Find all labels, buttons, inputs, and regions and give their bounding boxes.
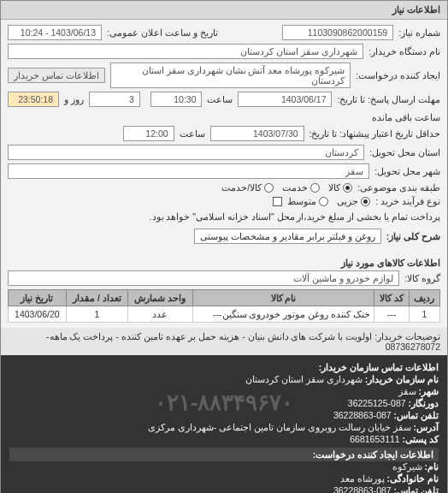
validity-label: حداقل تاریخ اعتبار پیشنهاد: تا تاریخ: (309, 128, 440, 139)
province-label: استان محل تحویل: (369, 147, 440, 157)
checkbox-icon (273, 197, 282, 206)
post-label: کد پستی: (403, 434, 439, 444)
radio-service-label: خدمت (282, 182, 308, 193)
radio-partial[interactable]: جزیی (337, 196, 370, 206)
announce-label: تاریخ و ساعت اعلان عمومی: (107, 27, 218, 38)
radio-medium-label: متوسط (287, 196, 316, 206)
line-city: شهر: سقز (9, 386, 439, 396)
buy-type-label: نوع فرآیند خرید : (375, 196, 440, 206)
radio-both-label: کالا/خدمت (221, 182, 262, 193)
row-requester: ایجاد کننده درخواست: شیرکوه پورشاه معد آ… (8, 62, 440, 88)
th-name: نام کالا (192, 290, 374, 306)
buyer-contact-button[interactable]: اطلاعات تماس خریدار (8, 68, 105, 83)
rtel-label: تلفن تماس: (394, 485, 439, 493)
classify-radioset: کالا خدمت کالا/خدمت (221, 182, 352, 193)
line-rfamily: نام خانوادگی: پورشاه معد (9, 473, 439, 484)
contact-city-value: سقز (398, 386, 416, 396)
addr-value: سقز خیابان رسالت روبروی سازمان تامین اجت… (148, 422, 411, 432)
rfamily-value: پورشاه معد (340, 473, 385, 484)
need-info-panel: اطلاعات نیاز شماره نیاز: 110309086200015… (0, 0, 448, 493)
table-header-row: ردیف کد کالا نام کالا واحد شمارش تعداد /… (9, 290, 440, 306)
panel-title: اطلاعات نیاز (1, 1, 447, 20)
th-date: تاریخ نیاز (9, 290, 67, 306)
table-row: 1 --- خنک کننده روغن موتور خودروی سنگین-… (9, 306, 440, 323)
announce-value: 1403/06/13 - 10:24 (8, 25, 102, 40)
th-code: کد کالا (374, 290, 410, 306)
time-label-2: ساعت (180, 128, 205, 139)
rname-label: نام: (425, 461, 439, 472)
validity-date: 1403/07/30 (210, 126, 304, 141)
line-fax: دورنگار: 087-36225125 (9, 398, 439, 408)
row-need-title: شرح کلی نیاز: روغن و فیلتر برابر مقادیر … (8, 229, 440, 244)
radio-dot-icon (310, 183, 320, 193)
radio-medium[interactable]: متوسط (287, 196, 328, 206)
radio-dot-icon (264, 183, 274, 193)
days-remaining-label: روز و (64, 94, 84, 104)
province-value: کردستان (8, 145, 364, 160)
deadline-time: 10:30 (150, 92, 202, 107)
row-buy-type: نوع فرآیند خرید : جزیی متوسط پرداخت تمام… (8, 196, 440, 222)
row-city: شهر محل تحویل: سقز (8, 163, 440, 179)
rfamily-label: نام خانوادگی: (387, 473, 439, 484)
radio-dot-icon (361, 197, 370, 206)
rname-value: شیرکوه (392, 461, 422, 472)
row-group: گروه کالا: لوازم خودرو و ماشین آلات (1, 270, 447, 286)
line-tel: تلفن تماس: 087-36228863 (9, 410, 439, 420)
city-value: سقز (8, 163, 369, 179)
group-value: لوازم خودرو و ماشین آلات (8, 270, 399, 286)
cell-date: 1403/06/20 (9, 306, 67, 323)
buyer-label: نام دستگاه خریدار: (368, 46, 440, 56)
org-value: شهرداری سقز استان کردستان (245, 374, 363, 384)
contact-panel: ۰۲۱-۸۸۳۴۹۶۷۰ اطلاعات تماس سازمان خریدار:… (1, 355, 447, 493)
addr-label: آدرس: (414, 422, 439, 432)
radio-dot-icon (319, 197, 328, 206)
radio-both[interactable]: کالا/خدمت (221, 182, 274, 193)
buyer-value: شهرداری سقز استان کردستان (8, 44, 363, 59)
row-province: استان محل تحویل: کردستان (8, 145, 440, 160)
th-qty: تعداد / مقدار (66, 290, 127, 306)
deadline-date: 1403/06/17 (238, 92, 332, 107)
requester-section-title: اطلاعات ایجاد کننده درخواست: (9, 448, 439, 461)
row-validity: حداقل تاریخ اعتبار پیشنهاد: تا تاریخ: 14… (8, 126, 440, 141)
need-no-value: 1103090862000159 (282, 25, 393, 40)
items-section-title: اطلاعات کالاهای مورد نیاز (8, 258, 440, 269)
cell-idx: 1 (409, 306, 439, 323)
buyer-remark-bar: توضیحات خریدار: اولویت با شرکت های دانش … (1, 328, 447, 355)
time-label-1: ساعت (207, 94, 233, 104)
line-post: کد پستی: 6681653111 (9, 434, 439, 444)
time-remaining: 23:50:18 (8, 92, 59, 107)
treasury-note-checkbox[interactable] (273, 197, 282, 206)
cell-code: --- (374, 306, 410, 323)
group-label: گروه کالا: (404, 273, 440, 283)
radio-dot-icon (343, 183, 352, 193)
row-need-no: شماره نیاز: 1103090862000159 تاریخ و ساع… (8, 25, 440, 40)
line-org: نام سازمان خریدار: شهرداری سقز استان کرد… (9, 374, 439, 384)
tel-value: 087-36228863 (333, 410, 392, 420)
requester-value: شیرکوه پورشاه معد آتش نشان شهرداری سقز ا… (110, 62, 351, 88)
validity-time: 12:00 (123, 126, 174, 141)
line-rtel: تلفن تماس: 087-36228863 (9, 485, 439, 493)
org-label: نام سازمان خریدار: (365, 374, 439, 384)
contact-section-title: اطلاعات تماس سازمان خریدار: (9, 362, 439, 372)
cell-unit: عدد (128, 306, 193, 323)
need-no-label: شماره نیاز: (398, 27, 440, 38)
need-title-value: روغن و فیلتر برابر مقادیر و مشخصات پیوست… (194, 229, 380, 244)
need-title-label: شرح کلی نیاز: (386, 231, 440, 241)
fax-value: 087-36225125 (348, 398, 406, 408)
panel-body: شماره نیاز: 1103090862000159 تاریخ و ساع… (1, 20, 447, 252)
days-remaining: 3 (89, 92, 140, 107)
row-classify: طبقه بندی موضوعی: کالا خدمت کالا/خدمت (8, 182, 440, 193)
cell-name: خنک کننده روغن موتور خودروی سنگین--- (192, 306, 374, 323)
th-idx: ردیف (409, 290, 439, 306)
radio-goods[interactable]: کالا (328, 182, 352, 193)
buy-type-radioset: جزیی متوسط (287, 196, 370, 206)
row-buyer: نام دستگاه خریدار: شهرداری سقز استان کرد… (8, 44, 440, 59)
radio-service[interactable]: خدمت (282, 182, 320, 193)
tel-label: تلفن تماس: (394, 410, 439, 420)
city-label: شهر محل تحویل: (374, 166, 440, 176)
line-rname: نام: شیرکوه (9, 461, 439, 472)
time-remaining-label: ساعت باقی مانده (372, 112, 440, 122)
th-unit: واحد شمارش (128, 290, 193, 306)
rtel-value: 087-36228863 (333, 485, 392, 493)
classify-label: طبقه بندی موضوعی: (357, 182, 440, 193)
